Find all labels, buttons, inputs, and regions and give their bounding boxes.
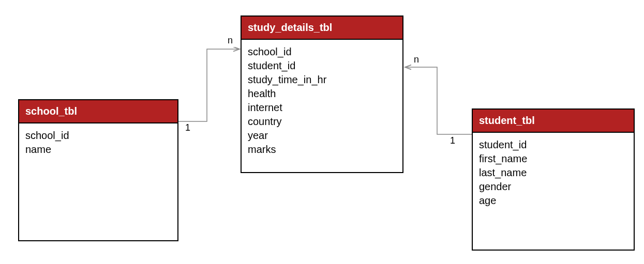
- field: marks: [248, 143, 396, 157]
- field: school_id: [25, 129, 171, 143]
- table-header-school: school_tbl: [19, 100, 177, 123]
- field: student_id: [479, 138, 627, 152]
- field: age: [479, 194, 627, 208]
- field: name: [25, 143, 171, 157]
- table-body-student: student_id first_name last_name gender a…: [473, 133, 634, 213]
- field: school_id: [248, 45, 396, 59]
- er-diagram: school_tbl school_id name study_details_…: [0, 0, 644, 264]
- cardinality-label: 1: [450, 135, 455, 146]
- field: first_name: [479, 152, 627, 166]
- field: study_time_in_hr: [248, 73, 396, 87]
- table-study-details: study_details_tbl school_id student_id s…: [241, 15, 403, 173]
- cardinality-label: n: [414, 54, 419, 65]
- table-header-student: student_tbl: [473, 110, 634, 133]
- table-body-study-details: school_id student_id study_time_in_hr he…: [242, 40, 402, 162]
- cardinality-label: 1: [185, 122, 190, 133]
- field: year: [248, 129, 396, 143]
- field: gender: [479, 180, 627, 194]
- field: student_id: [248, 59, 396, 73]
- table-student: student_tbl student_id first_name last_n…: [472, 108, 635, 251]
- field: health: [248, 87, 396, 101]
- field: country: [248, 115, 396, 129]
- table-body-school: school_id name: [19, 123, 177, 162]
- field: last_name: [479, 166, 627, 180]
- table-school: school_tbl school_id name: [18, 99, 178, 241]
- field: internet: [248, 101, 396, 115]
- table-header-study-details: study_details_tbl: [242, 17, 402, 40]
- cardinality-label: n: [228, 35, 233, 46]
